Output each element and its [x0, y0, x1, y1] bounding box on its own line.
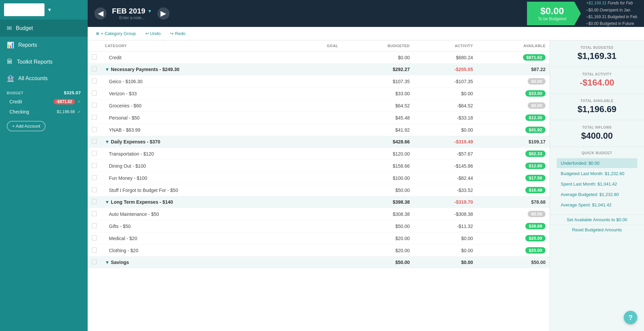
category-row[interactable]: Verizon - $33 $33.00 $0.00 $33.00 [88, 88, 550, 100]
prev-month-button[interactable]: ◀ [94, 7, 107, 20]
category-row[interactable]: Dining Out - $100 $158.66 -$145.86 $12.8… [88, 160, 550, 172]
row-checkbox[interactable] [88, 148, 101, 160]
month-dropdown-icon: ▼ [147, 8, 152, 14]
add-account-button[interactable]: + Add Account [7, 121, 46, 131]
next-month-button[interactable]: ▶ [157, 7, 170, 20]
category-goal [296, 124, 342, 136]
qb-underfunded[interactable]: Underfunded: $0.00 [557, 158, 637, 168]
row-checkbox[interactable] [88, 184, 101, 196]
group-available: $78.68 [477, 196, 550, 208]
category-budgeted[interactable]: $64.52 [342, 100, 414, 112]
collapse-icon[interactable]: ▼ [105, 67, 110, 72]
collapse-icon[interactable]: ▼ [105, 199, 110, 205]
qb-average-spent[interactable]: Average Spent: $1,041.42 [557, 200, 637, 210]
group-activity: -$319.49 [414, 136, 477, 148]
row-checkbox[interactable] [88, 64, 101, 75]
row-checkbox[interactable] [88, 208, 101, 220]
tbb-label: To be Budgeted [534, 16, 571, 21]
row-checkbox[interactable] [88, 136, 101, 148]
category-row[interactable]: YNAB - $83.99 $41.92 $0.00 $41.92 [88, 124, 550, 136]
category-row[interactable]: Clothing - $20 $20.00 $0.00 $20.00 [88, 244, 550, 257]
sidebar-header: ▼ [0, 0, 88, 20]
category-row[interactable]: Credit $0.00 $680.24 $871.62 [88, 52, 550, 64]
add-category-group-button[interactable]: ⊕ + Category Group [93, 30, 139, 37]
row-checkbox[interactable] [88, 100, 101, 112]
sidebar-item-budget[interactable]: ✉ Budget [0, 20, 88, 37]
category-budgeted[interactable]: $107.35 [342, 75, 414, 88]
row-checkbox[interactable] [88, 160, 101, 172]
row-checkbox[interactable] [88, 75, 101, 88]
category-row[interactable]: Stuff I Forgot to Budget For - $50 $50.0… [88, 184, 550, 196]
row-checkbox[interactable] [88, 52, 101, 64]
category-row[interactable]: Medical - $20 $20.00 $0.00 $20.00 [88, 232, 550, 244]
row-checkbox[interactable] [88, 220, 101, 232]
category-budgeted[interactable]: $50.00 [342, 184, 414, 196]
category-budgeted[interactable]: $33.00 [342, 88, 414, 100]
category-budgeted[interactable]: $308.38 [342, 208, 414, 220]
sidebar-item-reports[interactable]: 📊 Reports [0, 37, 88, 54]
category-row[interactable]: Geico - $106.30 $107.35 -$107.35 $0.00 [88, 75, 550, 88]
sidebar: ▼ ✉ Budget 📊 Reports 🏛 Toolkit Reports 🏦… [0, 0, 88, 331]
category-budgeted[interactable]: $158.66 [342, 160, 414, 172]
category-name: Medical - $20 [101, 232, 296, 244]
row-checkbox[interactable] [88, 257, 101, 268]
category-activity: $0.00 [414, 124, 477, 136]
category-row[interactable]: Fun Money - $100 $100.00 -$82.44 $17.56 [88, 172, 550, 184]
category-group-row[interactable]: ▼Long Term Expenses - $140 $398.38 -$319… [88, 196, 550, 208]
sidebar-item-all-accounts[interactable]: 🏦 All Accounts [0, 70, 88, 87]
sidebar-item-toolkit-reports[interactable]: 🏛 Toolkit Reports [0, 54, 88, 70]
category-row[interactable]: Transportation - $120 $120.00 -$57.67 $6… [88, 148, 550, 160]
category-group-row[interactable]: ▼Necessary Payments - $249.30 $292.27 -$… [88, 64, 550, 75]
sidebar-account-checking[interactable]: Checking $1,196.69 ✓ [0, 107, 88, 117]
tbb-amount: $0.00 [534, 6, 571, 16]
category-budgeted[interactable]: $41.92 [342, 124, 414, 136]
category-budgeted[interactable]: $0.00 [342, 52, 414, 64]
category-budgeted[interactable]: $120.00 [342, 148, 414, 160]
category-budgeted[interactable]: $20.00 [342, 244, 414, 257]
category-group-row[interactable]: ▼Savings $50.00 $0.00 $50.00 [88, 257, 550, 268]
group-name: ▼Necessary Payments - $249.30 [101, 64, 296, 75]
row-checkbox[interactable] [88, 196, 101, 208]
row-checkbox[interactable] [88, 112, 101, 124]
category-budgeted[interactable]: $45.48 [342, 112, 414, 124]
col-activity: ACTIVITY [414, 40, 477, 52]
row-checkbox[interactable] [88, 232, 101, 244]
group-available: $109.17 [477, 136, 550, 148]
row-checkbox[interactable] [88, 88, 101, 100]
collapse-icon[interactable]: ▼ [105, 139, 110, 144]
category-activity: $0.00 [414, 232, 477, 244]
category-row[interactable]: Gifts - $50 $50.00 -$11.32 $38.68 [88, 220, 550, 232]
redo-button[interactable]: ↪ Redo [167, 30, 188, 37]
reset-budgeted-button[interactable]: Reset Budgeted Amounts [550, 225, 644, 235]
category-row[interactable]: Auto Maintenance - $50 $308.38 -$308.38 … [88, 208, 550, 220]
undo-button[interactable]: ↩ Undo [143, 30, 164, 37]
month-label[interactable]: FEB 2019 ▼ [112, 7, 152, 15]
row-checkbox[interactable] [88, 124, 101, 136]
total-inflows-label: TOTAL INFLOWS [557, 126, 637, 129]
category-budgeted[interactable]: $50.00 [342, 220, 414, 232]
category-budgeted[interactable]: $100.00 [342, 172, 414, 184]
category-budgeted[interactable]: $20.00 [342, 232, 414, 244]
category-name: Clothing - $20 [101, 244, 296, 257]
category-available: $12.30 [477, 112, 550, 124]
month-note[interactable]: Enter a note... [119, 15, 145, 20]
sidebar-dropdown-icon[interactable]: ▼ [47, 7, 52, 12]
set-available-button[interactable]: Set Available Amounts to $0.00 [550, 214, 644, 225]
quick-budget-section: QUICK BUDGET Underfunded: $0.00 Budgeted… [550, 147, 644, 214]
qb-budgeted-last-month[interactable]: Budgeted Last Month: $1,232.80 [557, 169, 637, 178]
sidebar-account-credit[interactable]: Credit -$871.62 ✓ [0, 97, 88, 107]
row-checkbox[interactable] [88, 172, 101, 184]
available-badge: $41.92 [525, 127, 546, 133]
category-row[interactable]: Groceries - $60 $64.52 -$64.52 $0.00 [88, 100, 550, 112]
qb-average-budgeted[interactable]: Average Budgeted: $1,232.80 [557, 190, 637, 199]
category-goal [296, 184, 342, 196]
category-group-row[interactable]: ▼Daily Expenses - $370 $428.66 -$319.49 … [88, 136, 550, 148]
row-checkbox[interactable] [88, 244, 101, 257]
category-row[interactable]: Personal - $50 $45.48 -$33.18 $12.30 [88, 112, 550, 124]
budget-table-container[interactable]: CATEGORY GOAL BUDGETED ACTIVITY AVAILABL… [88, 40, 550, 331]
total-activity-value: -$164.00 [557, 77, 637, 88]
collapse-icon[interactable]: ▼ [105, 260, 110, 265]
sidebar-logo[interactable] [4, 3, 45, 16]
help-button[interactable]: ? [624, 311, 637, 324]
qb-spent-last-month[interactable]: Spent Last Month: $1,041.42 [557, 179, 637, 189]
